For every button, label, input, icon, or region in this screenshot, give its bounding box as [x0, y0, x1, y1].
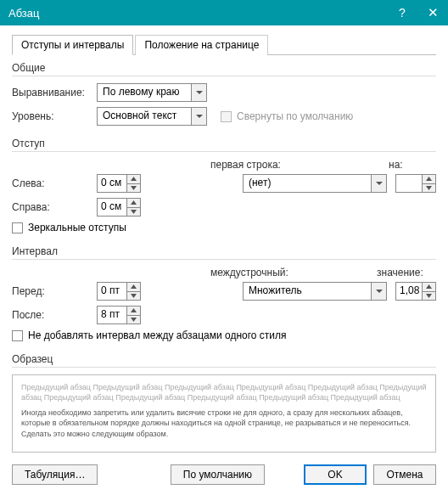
tab-page-position[interactable]: Положение на странице [135, 35, 268, 55]
checkbox-box-icon [12, 222, 23, 233]
close-button[interactable]: ✕ [417, 0, 448, 25]
level-select[interactable]: Основной текст [97, 107, 207, 126]
group-preview: Образец Предыдущий абзац Предыдущий абза… [12, 353, 436, 453]
group-general-legend: Общие [12, 62, 50, 74]
spin-down-icon[interactable] [423, 184, 435, 193]
indent-left-spinner[interactable]: 0 см [97, 174, 141, 193]
tab-indents-spacing[interactable]: Отступы и интервалы [12, 35, 133, 55]
group-spacing: Интервал междустрочный: значение: Перед:… [12, 245, 436, 341]
alignment-select[interactable]: По левому краю [97, 83, 207, 102]
indent-right-label: Справа: [12, 201, 97, 213]
spacing-before-spinner[interactable]: 0 пт [97, 282, 141, 301]
indent-by-label: на: [389, 159, 436, 171]
group-general: Общие Выравнивание: По левому краю Урове… [12, 62, 436, 126]
spacing-after-spinner[interactable]: 8 пт [97, 306, 141, 324]
ok-button[interactable]: OK [304, 464, 367, 485]
firstline-label: первая строка: [210, 159, 281, 171]
collapsed-checkbox: Свернуты по умолчанию [221, 110, 353, 122]
dialog-title: Абзац [8, 7, 387, 20]
linespacing-label: междустрочный: [210, 267, 288, 278]
spacing-before-label: Перед: [12, 285, 97, 297]
no-add-space-checkbox[interactable]: Не добавлять интервал между абзацами одн… [12, 329, 436, 341]
checkbox-box-icon [221, 111, 232, 122]
spin-down-icon[interactable] [127, 184, 140, 193]
spin-up-icon[interactable] [127, 307, 140, 316]
spacing-at-label: значение: [377, 267, 436, 278]
dialog-body: Отступы и интервалы Положение на страниц… [0, 25, 448, 495]
checkbox-box-icon [12, 330, 23, 341]
mirror-indents-checkbox[interactable]: Зеркальные отступы [12, 222, 436, 233]
spacing-after-label: После: [12, 309, 97, 321]
spin-down-icon[interactable] [423, 292, 435, 301]
indent-left-label: Слева: [12, 177, 97, 189]
preview-box: Предыдущий абзац Предыдущий абзац Предыд… [12, 374, 436, 453]
linespacing-select[interactable]: Множитель [243, 282, 387, 301]
spin-up-icon[interactable] [127, 283, 140, 292]
firstline-select[interactable]: (нет) [243, 174, 387, 193]
tabs-button[interactable]: Табуляция… [12, 464, 98, 485]
set-default-button[interactable]: По умолчанию [171, 464, 265, 485]
cancel-button[interactable]: Отмена [373, 464, 436, 485]
level-label: Уровень: [12, 110, 97, 122]
spin-up-icon[interactable] [127, 199, 140, 208]
alignment-label: Выравнивание: [12, 87, 97, 98]
chevron-down-icon [371, 283, 386, 300]
spacing-at-spinner[interactable]: 1,08 [395, 282, 436, 301]
group-preview-legend: Образец [12, 353, 58, 365]
dialog-footer: Табуляция… По умолчанию OK Отмена [12, 464, 436, 485]
tab-strip: Отступы и интервалы Положение на страниц… [12, 34, 436, 55]
indent-by-spinner[interactable] [395, 174, 436, 193]
chevron-down-icon [191, 108, 206, 125]
spin-down-icon[interactable] [127, 316, 140, 324]
group-indent: Отступ первая строка: на: Слева: 0 см (н… [12, 138, 436, 233]
group-indent-legend: Отступ [12, 138, 50, 149]
spin-down-icon[interactable] [127, 292, 140, 301]
group-spacing-legend: Интервал [12, 245, 63, 257]
chevron-down-icon [371, 175, 386, 192]
spin-down-icon[interactable] [127, 208, 140, 217]
spin-up-icon[interactable] [423, 175, 435, 184]
help-button[interactable]: ? [387, 0, 417, 25]
spin-up-icon[interactable] [423, 283, 435, 292]
spin-up-icon[interactable] [127, 175, 140, 184]
titlebar: Абзац ? ✕ [0, 0, 448, 25]
chevron-down-icon [191, 84, 206, 101]
preview-body-text: Иногда необходимо запретить или удалить … [21, 408, 427, 438]
indent-right-spinner[interactable]: 0 см [97, 198, 141, 217]
preview-context-text: Предыдущий абзац Предыдущий абзац Предыд… [21, 382, 427, 402]
